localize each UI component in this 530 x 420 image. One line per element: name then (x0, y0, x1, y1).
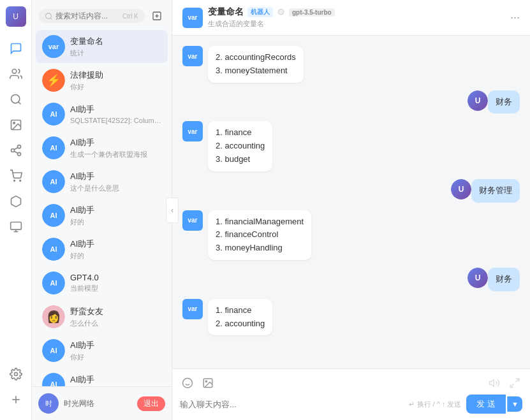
conv-info: AI助手 好的 (70, 238, 161, 261)
more-options-button[interactable]: ··· (510, 11, 520, 24)
chat-subtitle: 生成合适的变量名 (208, 19, 510, 29)
collapse-sidebar-button[interactable]: ‹ (166, 198, 179, 223)
conv-list-header: Ctrl K (32, 0, 172, 29)
conversation-item-ai3[interactable]: AI AI助手 这个是什么意思 (36, 165, 168, 198)
icon-sidebar: U (0, 0, 32, 420)
conv-info: AI助手 好的 (70, 205, 161, 227)
svg-point-5 (17, 145, 20, 148)
sidebar-icon-shop[interactable] (4, 164, 27, 187)
svg-point-10 (13, 180, 15, 182)
conv-name: AI助手 (70, 374, 161, 386)
conv-info: 野蛮女友 怎么什么 (70, 306, 161, 328)
conv-info: AI助手 这个是什么意思 (70, 171, 161, 193)
conversation-item-gpt4[interactable]: AI GPT4.0 当前模型 (36, 266, 168, 300)
sidebar-icon-explore[interactable] (4, 88, 27, 111)
send-button[interactable]: 发 送 (466, 395, 506, 414)
user-message-bubble: 财务 (488, 268, 520, 291)
conv-avatar: AI (42, 136, 65, 159)
conversation-item-ai5[interactable]: AI AI助手 好的 (36, 233, 168, 266)
conv-preview: SQLSTATE[42S22]: Column not found:... (70, 117, 161, 124)
sidebar-icon-images[interactable] (4, 113, 27, 136)
tag-model: gpt-3.5-turbo (289, 8, 335, 17)
conv-info: AI助手 $ chmod u+s one-api /one-api --port… (70, 374, 161, 386)
svg-point-0 (12, 69, 17, 74)
input-right-tools: ↵ 换行 / ^ ↑ 发送 发 送 ▼ (409, 395, 522, 414)
conversation-item-var-naming[interactable]: var 变量命名 统计 (36, 30, 168, 63)
fullscreen-button[interactable] (507, 375, 522, 391)
conv-avatar: var (42, 35, 65, 58)
search-box[interactable]: Ctrl K (38, 9, 145, 23)
chat-title-row: 变量命名 机器人 ⚙ gpt-3.5-turbo (208, 6, 510, 18)
svg-rect-12 (10, 222, 21, 230)
chat-input-field[interactable] (180, 400, 404, 409)
send-dropdown-button[interactable]: ▼ (507, 396, 522, 412)
conv-avatar: AI (42, 272, 65, 294)
message-row-msg2: 财务U (182, 91, 520, 114)
sidebar-icon-chat[interactable] (4, 37, 27, 60)
sidebar-icon-add[interactable] (4, 388, 27, 411)
conv-name: AI助手 (70, 340, 161, 351)
conv-preview: 当前模型 (70, 284, 161, 293)
chat-header-info: 变量命名 机器人 ⚙ gpt-3.5-turbo 生成合适的变量名 (208, 6, 510, 29)
svg-point-4 (13, 122, 14, 124)
svg-line-9 (14, 147, 18, 149)
conv-info: 变量命名 统计 (70, 36, 161, 58)
bot-avatar: var (182, 299, 203, 319)
svg-point-6 (11, 149, 14, 152)
svg-point-27 (205, 380, 207, 382)
conversation-item-ai7[interactable]: AI AI助手 $ chmod u+s one-api /one-api --p… (36, 368, 168, 386)
svg-point-7 (17, 152, 20, 156)
sidebar-icon-contacts[interactable] (4, 62, 27, 85)
user-avatar: U (467, 91, 488, 111)
bot-avatar: var (182, 121, 203, 141)
chat-title: 变量命名 (208, 6, 244, 18)
chat-input-area: ↵ 换行 / ^ ↑ 发送 发 送 ▼ (172, 368, 530, 420)
conv-info: AI助手 SQLSTATE[42S22]: Column not found:.… (70, 104, 161, 124)
conv-name: GPT4.0 (70, 273, 161, 282)
conv-preview: 你好 (70, 82, 161, 92)
message-row-msg1: var2. accountingRecords3. moneyStatement (182, 46, 520, 83)
svg-point-18 (46, 13, 52, 18)
conversation-item-ai1[interactable]: AI AI助手 SQLSTATE[42S22]: Column not foun… (36, 98, 168, 131)
conv-preview: 你好 (70, 352, 161, 362)
emoji-button[interactable] (180, 375, 195, 391)
chat-bot-avatar: var (182, 8, 203, 28)
svg-marker-28 (490, 380, 494, 387)
conv-preview: 好的 (70, 217, 161, 227)
svg-line-8 (14, 151, 18, 153)
conv-info: GPT4.0 当前模型 (70, 273, 161, 293)
attachment-button[interactable] (200, 375, 216, 391)
conv-info: AI助手 你好 (70, 340, 161, 362)
conv-name: 变量命名 (70, 36, 161, 47)
conversation-item-girlfriend[interactable]: 👩 野蛮女友 怎么什么 (36, 300, 168, 333)
svg-line-30 (510, 384, 513, 387)
bot-avatar: var (182, 46, 203, 66)
sidebar-icon-layers[interactable] (4, 215, 27, 238)
conv-avatar: AI (42, 373, 65, 386)
svg-point-1 (11, 95, 19, 103)
conv-preview: 这个是什么意思 (70, 184, 161, 193)
conv-info: AI助手 生成一个兼伪者联盟海报 (70, 137, 161, 159)
conversation-item-legal-aid[interactable]: ⚡ 法律援助 你好 (36, 64, 168, 97)
user-avatar-top[interactable]: U (6, 6, 26, 27)
message-row-msg7: var1. finance2. accounting (182, 299, 520, 336)
sidebar-icon-settings[interactable] (4, 363, 27, 386)
conv-avatar: ⚡ (42, 69, 65, 92)
conversation-item-ai2[interactable]: AI AI助手 生成一个兼伪者联盟海报 (36, 131, 168, 164)
search-input[interactable] (55, 11, 120, 20)
new-chat-button[interactable] (149, 8, 165, 24)
conversation-item-ai4[interactable]: AI AI助手 好的 (36, 199, 168, 232)
chat-messages: var2. accountingRecords3. moneyStatement… (172, 36, 530, 368)
footer-user-avatar: 时 (38, 393, 59, 414)
logout-button[interactable]: 退出 (137, 396, 165, 411)
search-shortcut-hint: Ctrl K (122, 13, 138, 20)
voice-button[interactable] (487, 375, 502, 391)
sidebar-icon-box[interactable] (4, 190, 27, 213)
message-row-msg4: 财务管理U (182, 179, 520, 203)
footer-username: 时光网络 (64, 398, 137, 409)
conversation-item-ai6[interactable]: AI AI助手 你好 (36, 334, 168, 367)
svg-point-11 (19, 180, 20, 182)
conv-avatar: AI (42, 238, 65, 261)
chat-header: var 变量命名 机器人 ⚙ gpt-3.5-turbo 生成合适的变量名 ··… (172, 0, 530, 36)
sidebar-icon-share[interactable] (4, 139, 27, 162)
